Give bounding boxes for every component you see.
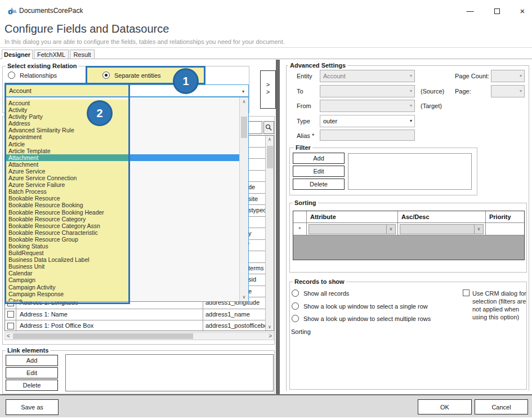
- entity-option[interactable]: Calendar: [6, 270, 240, 277]
- move-right-button-2[interactable]: >: [261, 88, 275, 96]
- link-delete-button[interactable]: Delete: [6, 380, 58, 391]
- page-title: Configure Fields and Datasource: [5, 23, 169, 35]
- entity-option[interactable]: Bookable Resource Characteristic: [6, 229, 240, 236]
- entity-option[interactable]: Attachment: [6, 154, 240, 161]
- sorting-table-empty-area: [293, 235, 524, 260]
- chevron-down-icon: ▾: [410, 115, 412, 127]
- move-right-button-1[interactable]: >: [261, 81, 275, 88]
- popup-scroll-down-icon[interactable]: ∨: [240, 295, 248, 300]
- sorting-row-marker: *: [293, 223, 307, 235]
- entity-option[interactable]: Article: [6, 141, 240, 148]
- filter-label: Filter: [294, 144, 312, 151]
- table-row: Address 1: Post Office Boxaddress1_posto…: [5, 320, 266, 331]
- tab-designer[interactable]: Designer: [2, 50, 33, 59]
- close-button[interactable]: ×: [514, 5, 531, 18]
- sorting-col-priority: Priority: [486, 211, 524, 223]
- window-title: DocumentsCorePack: [19, 7, 83, 15]
- radio-lookup-single-row[interactable]: Show a look up window to select a single…: [292, 302, 428, 310]
- filter-edit-button[interactable]: Edit: [293, 166, 345, 177]
- entity-option[interactable]: Booking Status: [6, 243, 240, 249]
- save-as-button[interactable]: Save as: [6, 399, 59, 415]
- field-checkbox[interactable]: [7, 311, 14, 318]
- chevron-down-icon: ∨: [474, 225, 483, 234]
- sorting-attribute-combo[interactable]: ∨: [309, 224, 396, 234]
- chevron-down-icon: ▾: [520, 86, 522, 97]
- popup-scrollbar[interactable]: ∧ ∨: [239, 97, 248, 301]
- use-crm-dialog-checkbox[interactable]: [463, 289, 470, 296]
- entity-option[interactable]: BuildRequest: [6, 249, 240, 256]
- maximize-icon: [494, 8, 500, 14]
- entity-option[interactable]: Campaign Activity: [6, 284, 240, 291]
- radio-lookup-multiple-rows[interactable]: Show a look up window to select multiple…: [292, 315, 431, 322]
- sorting-col-attribute: Attribute: [307, 211, 398, 223]
- filter-listbox[interactable]: [348, 153, 472, 190]
- radio-relationships[interactable]: Relationships: [8, 72, 57, 79]
- chevron-down-icon: ∨: [386, 225, 395, 234]
- entity-option[interactable]: Case: [6, 297, 240, 302]
- entity-option[interactable]: Batch Process: [6, 188, 240, 195]
- entity-option[interactable]: Article Template: [6, 148, 240, 154]
- sorting-col-ascdesc: Asc/Desc: [398, 211, 486, 223]
- type-combo[interactable]: outer ▾: [320, 115, 415, 127]
- field-checkbox[interactable]: [7, 323, 14, 329]
- entity-option[interactable]: Advanced Similarity Rule: [6, 127, 240, 133]
- entity-option[interactable]: Address: [6, 120, 240, 127]
- link-add-button[interactable]: Add: [6, 355, 58, 366]
- entity-option[interactable]: Bookable Resource Booking: [6, 202, 240, 208]
- sorting-table: Attribute Asc/Desc Priority * ∨ ∨: [293, 211, 525, 260]
- ok-button[interactable]: OK: [418, 399, 472, 414]
- entity-option[interactable]: Bookable Resource Category: [6, 216, 240, 222]
- sorting-marker-header: [293, 211, 307, 223]
- entity-option[interactable]: Bookable Resource Group: [6, 236, 240, 243]
- entity-option[interactable]: Campaign Response: [6, 291, 240, 297]
- radio-separate-entities[interactable]: Separate entities: [102, 72, 161, 79]
- annotation-badge-1: 1: [173, 68, 199, 94]
- page-label: Page:: [455, 88, 471, 95]
- popup-scroll-up-icon[interactable]: ∧: [240, 99, 248, 104]
- alias-label: Alias *: [297, 132, 314, 139]
- filter-delete-button[interactable]: Delete: [293, 179, 345, 190]
- field-search-button[interactable]: [263, 121, 274, 134]
- fields-hscrollbar[interactable]: < >: [5, 332, 274, 340]
- link-elements-listbox[interactable]: [65, 354, 274, 391]
- tab-fetchxml[interactable]: FetchXML: [34, 50, 69, 59]
- radio-show-all-records[interactable]: Show all records: [292, 289, 349, 297]
- entity-option[interactable]: Azure Service Connection: [6, 175, 240, 181]
- filter-add-button[interactable]: Add: [293, 153, 345, 164]
- entity-option[interactable]: Appointment: [6, 133, 240, 140]
- entity-option[interactable]: Campaign: [6, 277, 240, 283]
- fields-table-scrollbar[interactable]: ∧ ∨: [265, 136, 274, 331]
- minimize-button[interactable]: —: [462, 5, 479, 18]
- link-edit-button[interactable]: Edit: [6, 367, 58, 378]
- entity-option[interactable]: Business Data Localized Label: [6, 256, 240, 263]
- entity-option[interactable]: Bookable Resource Booking Header: [6, 209, 240, 216]
- sorting-ascdesc-combo[interactable]: ∨: [400, 224, 484, 234]
- scroll-right-icon[interactable]: >: [269, 333, 272, 339]
- entity-option[interactable]: Activity Party: [6, 113, 240, 120]
- to-label: To: [297, 88, 303, 95]
- entity-option[interactable]: Activity: [6, 106, 240, 113]
- entity-option[interactable]: Azure Service: [6, 168, 240, 175]
- cancel-button[interactable]: Cancel: [475, 399, 528, 414]
- entity-option[interactable]: Attachment: [6, 161, 240, 168]
- documentscorepack-window: DocumentsCorePack — × Configure Fields a…: [0, 0, 532, 419]
- entity-option[interactable]: Azure Service Failure: [6, 181, 240, 188]
- pane-splitter[interactable]: [276, 60, 280, 394]
- scroll-down-icon[interactable]: ∨: [266, 324, 274, 329]
- entity-option[interactable]: Bookable Resource: [6, 195, 240, 202]
- entity-option[interactable]: Business Unit: [6, 263, 240, 270]
- entity-option[interactable]: Bookable Resource Category Assn: [6, 222, 240, 229]
- alias-input: [320, 130, 415, 141]
- sorting-priority-cell: [486, 223, 524, 235]
- tab-result[interactable]: Result: [70, 50, 95, 59]
- maximize-button[interactable]: [489, 5, 506, 18]
- entity-combobox[interactable]: Account ▾: [6, 84, 249, 97]
- scroll-left-icon[interactable]: <: [7, 333, 10, 339]
- entity-option[interactable]: Account: [6, 100, 240, 106]
- entity-combobox-value: Account: [9, 87, 32, 94]
- scroll-up-icon[interactable]: ∧: [266, 137, 274, 142]
- radio-separate-entities-icon: [102, 72, 110, 79]
- entity-dropdown-popup[interactable]: AccountActivityActivity PartyAddressAdva…: [6, 97, 249, 302]
- search-icon: [265, 124, 272, 131]
- chevron-down-icon: ▾: [410, 86, 412, 97]
